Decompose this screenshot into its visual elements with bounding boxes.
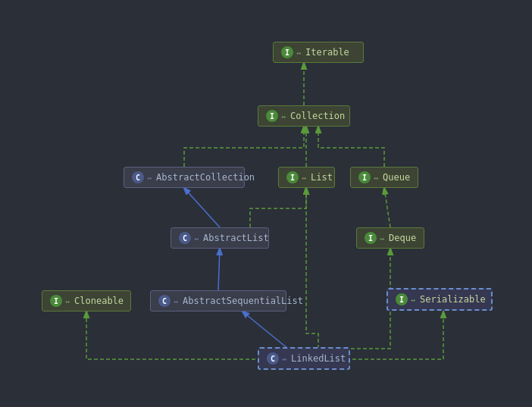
badge-abstractcollection: C — [132, 171, 144, 183]
badge-deque: I — [365, 232, 377, 244]
type-linkedlist: ↔ — [282, 355, 286, 363]
label-list: List — [311, 172, 333, 183]
label-linkedlist: LinkedList — [291, 353, 346, 364]
badge-queue: I — [358, 171, 371, 183]
node-list[interactable]: I ↔ List — [278, 167, 335, 188]
svg-line-5 — [243, 312, 288, 349]
badge-serializable: I — [396, 293, 408, 305]
node-cloneable[interactable]: I ↔ Cloneable — [42, 290, 131, 312]
type-collection: ↔ — [281, 112, 286, 121]
svg-line-3 — [384, 188, 390, 227]
type-abstractlist: ↔ — [194, 234, 199, 243]
label-abstractlist: AbstractList — [203, 233, 269, 243]
node-abstractcollection[interactable]: C ↔ AbstractCollection — [124, 167, 245, 188]
badge-collection: I — [266, 110, 278, 122]
node-linkedlist[interactable]: C ↔ LinkedList — [258, 347, 350, 370]
node-abstractsequentiallist[interactable]: C ↔ AbstractSequentialList — [150, 290, 286, 312]
label-cloneable: Cloneable — [74, 296, 124, 306]
label-iterable: Iterable — [305, 47, 349, 58]
badge-cloneable: I — [50, 295, 62, 307]
label-collection: Collection — [290, 111, 345, 121]
type-abstractsequentiallist: ↔ — [174, 297, 178, 305]
badge-abstractlist: C — [179, 232, 191, 244]
label-deque: Deque — [389, 233, 416, 243]
type-iterable: ↔ — [296, 49, 301, 57]
node-serializable[interactable]: I ↔ Serializable — [386, 288, 493, 311]
badge-iterable: I — [281, 46, 293, 58]
node-abstractlist[interactable]: C ↔ AbstractList — [171, 227, 269, 249]
type-deque: ↔ — [380, 234, 384, 243]
label-queue: Queue — [383, 172, 410, 183]
node-collection[interactable]: I ↔ Collection — [258, 105, 350, 127]
label-serializable: Serializable — [420, 294, 486, 305]
type-list: ↔ — [302, 174, 306, 182]
diagram-container: I ↔ Iterable I ↔ Collection C ↔ Abstract… — [0, 0, 532, 407]
connections-svg — [0, 0, 532, 407]
node-queue[interactable]: I ↔ Queue — [350, 167, 418, 188]
svg-line-4 — [218, 249, 220, 290]
type-cloneable: ↔ — [65, 297, 70, 305]
svg-line-2 — [184, 188, 220, 227]
badge-abstractsequentiallist: C — [158, 295, 171, 307]
type-abstractcollection: ↔ — [147, 174, 152, 182]
badge-linkedlist: C — [267, 352, 279, 365]
node-deque[interactable]: I ↔ Deque — [356, 227, 424, 249]
label-abstractcollection: AbstractCollection — [156, 172, 255, 183]
node-iterable[interactable]: I ↔ Iterable — [273, 42, 364, 63]
type-queue: ↔ — [374, 174, 378, 182]
type-serializable: ↔ — [411, 296, 415, 304]
label-abstractsequentiallist: AbstractSequentialList — [183, 296, 303, 306]
badge-list: I — [286, 171, 299, 183]
